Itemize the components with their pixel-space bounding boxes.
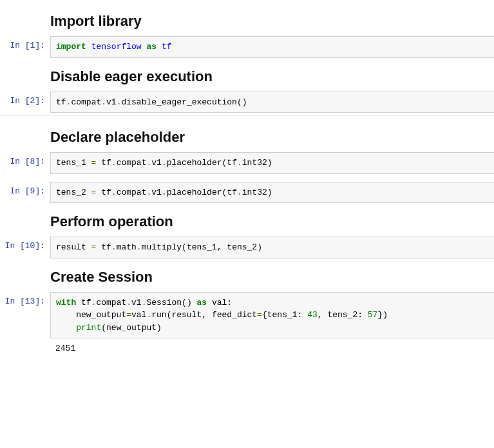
input-prompt: In [8]:	[0, 152, 50, 171]
code-cell: In [1]:import tensorflow as tf	[0, 36, 494, 58]
heading-block: Disable eager execution	[0, 58, 494, 92]
code-input[interactable]: import tensorflow as tf	[50, 36, 494, 58]
input-prompt: In [2]:	[0, 92, 50, 111]
heading-block: Declare placeholder	[0, 119, 494, 152]
cell-gap	[0, 174, 494, 182]
separator	[0, 115, 494, 116]
code-cell: In [8]:tens_1 = tf.compat.v1.placeholder…	[0, 152, 494, 174]
stdout-output: 2451	[50, 338, 494, 359]
code-input[interactable]: tf.compat.v1.disable_eager_execution()	[50, 92, 494, 113]
heading-block: Perform operation	[0, 203, 494, 237]
code-input[interactable]: tens_2 = tf.compat.v1.placeholder(tf.int…	[50, 182, 494, 204]
code-cell: In [13]:with tf.compat.v1.Session() as v…	[0, 292, 494, 339]
heading-block: Import library	[0, 3, 494, 36]
input-prompt: In [10]:	[0, 237, 50, 256]
code-cell: In [9]:tens_2 = tf.compat.v1.placeholder…	[0, 182, 494, 204]
section-heading: Disable eager execution	[50, 68, 494, 85]
section-heading: Declare placeholder	[50, 129, 494, 146]
input-prompt: In [9]:	[0, 182, 50, 201]
code-cell: In [2]:tf.compat.v1.disable_eager_execut…	[0, 92, 494, 113]
code-cell: In [10]:result = tf.math.multiply(tens_1…	[0, 237, 494, 258]
heading-block: Create Session	[0, 258, 494, 292]
section-heading: Perform operation	[50, 213, 494, 230]
section-heading: Import library	[50, 13, 494, 30]
code-input[interactable]: result = tf.math.multiply(tens_1, tens_2…	[50, 237, 494, 258]
input-prompt: In [1]:	[0, 36, 50, 55]
code-input[interactable]: with tf.compat.v1.Session() as val: new_…	[50, 292, 494, 339]
input-prompt: In [13]:	[0, 292, 50, 311]
notebook-root: Import libraryIn [1]:import tensorflow a…	[0, 3, 494, 359]
output-cell: 2451	[0, 338, 494, 359]
section-heading: Create Session	[50, 269, 494, 286]
code-input[interactable]: tens_1 = tf.compat.v1.placeholder(tf.int…	[50, 152, 494, 174]
